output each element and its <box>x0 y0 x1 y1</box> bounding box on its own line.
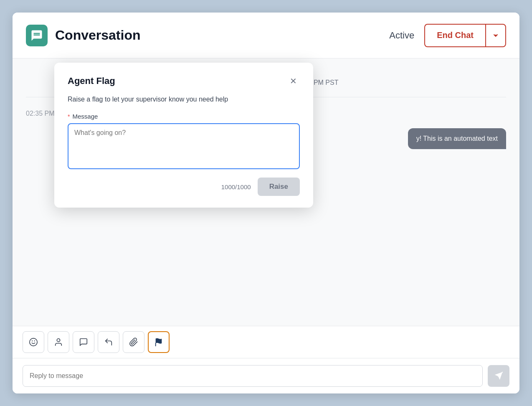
field-label-container: * Message <box>68 113 300 120</box>
modal-close-button[interactable]: ✕ <box>286 74 300 88</box>
modal-title: Agent Flag <box>68 76 115 86</box>
field-label-text: Message <box>72 113 98 120</box>
agent-flag-modal: Agent Flag ✕ Raise a flag to let your su… <box>54 63 313 208</box>
modal-overlay: Agent Flag ✕ Raise a flag to let your su… <box>13 13 519 393</box>
raise-button[interactable]: Raise <box>258 178 300 196</box>
app-container: Conversation Active End Chat Session sta… <box>13 13 519 393</box>
modal-header: Agent Flag ✕ <box>68 74 300 88</box>
modal-footer: 1000/1000 Raise <box>68 178 300 196</box>
message-textarea[interactable] <box>68 123 300 169</box>
char-count: 1000/1000 <box>68 183 251 190</box>
modal-description: Raise a flag to let your supervisor know… <box>68 94 300 104</box>
required-star: * <box>68 113 70 120</box>
